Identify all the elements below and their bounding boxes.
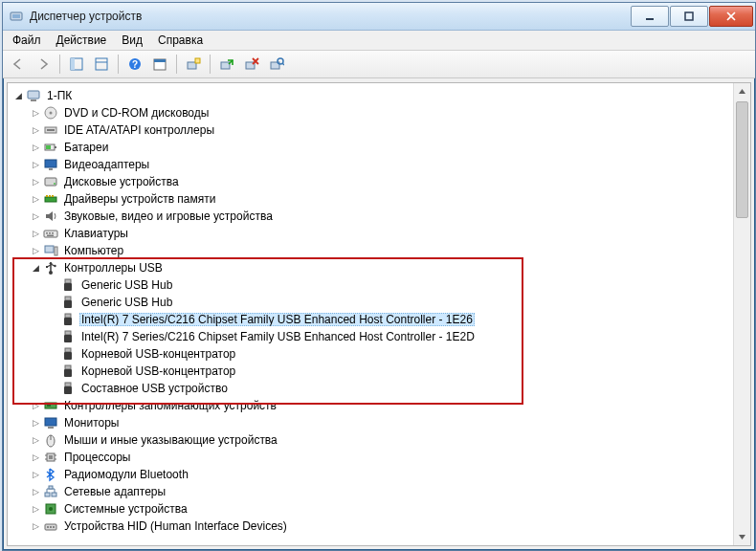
expand-icon[interactable]: ▷: [29, 158, 42, 171]
svg-rect-46: [65, 279, 71, 283]
hdd-icon: [43, 174, 58, 189]
toolbar-show-hide-tree-button[interactable]: [65, 53, 88, 76]
tree-category-node[interactable]: ▷IDE ATA/ATAPI контроллеры: [29, 121, 733, 139]
svg-point-80: [53, 526, 55, 528]
tree-category-node[interactable]: ◢Контроллеры USB: [29, 259, 733, 276]
toolbar-scan-button[interactable]: [265, 53, 288, 76]
collapse-icon[interactable]: ◢: [11, 89, 25, 102]
usbdev-icon: [60, 329, 76, 344]
expander-spacer: [46, 296, 59, 309]
svg-line-18: [282, 63, 284, 65]
toolbar-forward-button[interactable]: [32, 53, 55, 76]
svg-rect-41: [45, 246, 54, 253]
expand-icon[interactable]: ▷: [29, 244, 42, 257]
expand-icon[interactable]: ▷: [29, 209, 42, 223]
expand-icon[interactable]: ▷: [29, 123, 42, 137]
tree-device-node[interactable]: Generic USB Hub: [46, 294, 733, 311]
tree-category-node[interactable]: ▷Видеоадаптеры: [29, 156, 733, 173]
tree-device-node[interactable]: Корневой USB-концентратор: [46, 345, 733, 363]
tree-category-node[interactable]: ▷Звуковые, видео и игровые устройства: [29, 208, 733, 225]
expand-icon[interactable]: ▷: [29, 433, 42, 447]
tree-category-node[interactable]: ▷Системные устройства: [29, 500, 733, 518]
mouse-icon: [43, 432, 58, 448]
menu-file[interactable]: Файл: [5, 31, 49, 50]
svg-rect-6: [96, 58, 107, 70]
svg-rect-63: [48, 427, 54, 429]
expander-spacer: [46, 347, 59, 361]
toolbar-update-driver-button[interactable]: [182, 53, 205, 76]
expand-icon[interactable]: ▷: [29, 227, 42, 240]
svg-rect-20: [31, 99, 36, 101]
tree-device-node[interactable]: Generic USB Hub: [46, 276, 733, 294]
minimize-button[interactable]: [631, 6, 669, 27]
expand-icon[interactable]: ▷: [29, 502, 42, 516]
expand-icon[interactable]: ▷: [29, 519, 42, 533]
svg-text:?: ?: [132, 59, 138, 70]
tree-node-label: Контроллеры USB: [62, 261, 165, 275]
computer-icon: [43, 243, 58, 258]
svg-rect-72: [45, 493, 50, 496]
toolbar-back-button[interactable]: [7, 53, 30, 76]
scroll-thumb[interactable]: [736, 101, 748, 218]
tree-device-node[interactable]: Корневой USB-концентратор: [46, 363, 733, 380]
expand-icon[interactable]: ▷: [29, 468, 42, 481]
tree-device-node[interactable]: Intel(R) 7 Series/C216 Chipset Family US…: [46, 328, 733, 345]
tree-category-node[interactable]: ▷Мыши и иные указывающие устройства: [29, 431, 733, 449]
menu-view[interactable]: Вид: [114, 31, 150, 50]
tree-node-label: Системные устройства: [62, 502, 189, 516]
usbdev-icon: [60, 381, 76, 396]
tree-node-label: Драйверы устройств памяти: [62, 192, 217, 206]
menu-help[interactable]: Справка: [150, 31, 211, 50]
expand-icon[interactable]: ▷: [29, 399, 42, 412]
scroll-down-icon[interactable]: [734, 529, 750, 545]
toolbar-properties-button[interactable]: [148, 53, 171, 76]
tree-category-node[interactable]: ▷Мониторы: [29, 414, 733, 431]
tree-category-node[interactable]: ▷Клавиатуры: [29, 225, 733, 242]
tree-category-node[interactable]: ▷Батареи: [29, 139, 733, 156]
toolbar-properties-pane-button[interactable]: [90, 53, 113, 76]
svg-rect-57: [64, 369, 72, 377]
scroll-up-icon[interactable]: [734, 83, 750, 99]
tree-category-node[interactable]: ▷Устройства HID (Human Interface Devices…: [29, 518, 733, 535]
svg-rect-38: [49, 232, 51, 234]
close-button[interactable]: [709, 6, 753, 27]
tree-category-node[interactable]: ▷Компьютер: [29, 242, 733, 259]
usb-icon: [43, 260, 58, 276]
tree-node-label: Клавиатуры: [62, 227, 130, 240]
expand-icon[interactable]: ▷: [29, 141, 42, 154]
tree-root-node[interactable]: ◢1-ПК: [11, 87, 733, 104]
expand-icon[interactable]: ▷: [29, 485, 42, 498]
tree-category-node[interactable]: ▷Контроллеры запоминающих устройств: [29, 397, 733, 414]
tree-node-label: Радиомодули Bluetooth: [62, 468, 190, 481]
toolbar-enable-button[interactable]: [215, 53, 238, 76]
expander-spacer: [46, 278, 59, 292]
tree-device-node[interactable]: Составное USB устройство: [46, 380, 733, 397]
tree-category-node[interactable]: ▷Радиомодули Bluetooth: [29, 466, 733, 483]
tree-category-node[interactable]: ▷DVD и CD-ROM дисководы: [29, 104, 733, 121]
vertical-scrollbar[interactable]: [733, 83, 750, 545]
expand-icon[interactable]: ▷: [29, 416, 42, 430]
tree-node-label: Intel(R) 7 Series/C216 Chipset Family US…: [79, 313, 475, 326]
tree-category-node[interactable]: ▷Драйверы устройств памяти: [29, 190, 733, 208]
toolbar-uninstall-button[interactable]: [240, 53, 263, 76]
titlebar: Диспетчер устройств: [3, 3, 755, 31]
tree-node-label: Generic USB Hub: [79, 296, 174, 309]
expand-icon[interactable]: ▷: [29, 451, 42, 464]
expand-icon[interactable]: ▷: [29, 175, 42, 188]
tree-category-node[interactable]: ▷Дисковые устройства: [29, 173, 733, 190]
svg-rect-32: [45, 197, 56, 202]
maximize-button[interactable]: [670, 6, 708, 27]
svg-point-31: [54, 183, 56, 185]
toolbar-help-button[interactable]: ?: [123, 53, 146, 76]
tree-node-label: DVD и CD-ROM дисководы: [62, 106, 211, 120]
expand-icon[interactable]: ▷: [29, 106, 42, 120]
device-manager-window: Диспетчер устройств Файл Действие Вид Сп…: [2, 2, 756, 551]
menu-action[interactable]: Действие: [49, 31, 115, 50]
svg-rect-29: [49, 168, 53, 170]
tree-device-node[interactable]: Intel(R) 7 Series/C216 Chipset Family US…: [46, 311, 733, 328]
collapse-icon[interactable]: ◢: [29, 261, 42, 275]
tree-category-node[interactable]: ▷Процессоры: [29, 449, 733, 466]
expand-icon[interactable]: ▷: [29, 192, 42, 206]
tree-category-node[interactable]: ▷Сетевые адаптеры: [29, 483, 733, 500]
device-tree[interactable]: ◢1-ПК▷DVD и CD-ROM дисководы▷IDE ATA/ATA…: [8, 83, 733, 545]
